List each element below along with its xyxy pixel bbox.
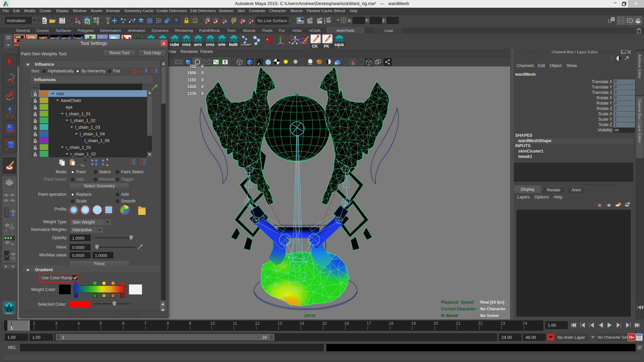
svg-text:5: 5 (100, 321, 102, 326)
svg-text:PK: PK (324, 44, 329, 49)
svg-text:48.00: 48.00 (526, 335, 536, 340)
svg-text:MAYA: MAYA (6, 312, 12, 314)
svg-text:No Live Surface: No Live Surface (257, 18, 287, 23)
svg-text:14: 14 (300, 321, 304, 326)
svg-text:Y:: Y: (365, 18, 369, 23)
svg-text:root: root (56, 92, 64, 96)
svg-text:3: 3 (55, 321, 57, 326)
svg-text:Animation: Animation (7, 18, 25, 23)
svg-text:r_chain_1_02: r_chain_1_02 (70, 152, 96, 157)
svg-text:arro: arro (194, 42, 202, 47)
svg-text:No Character Set: No Character Set (598, 335, 628, 339)
svg-text:1.00: 1.00 (7, 335, 15, 340)
svg-text:2: 2 (33, 321, 35, 326)
svg-text:24.00: 24.00 (501, 335, 512, 340)
svg-text:11: 11 (233, 321, 237, 326)
svg-text:cros: cros (206, 42, 215, 47)
svg-text:15: 15 (322, 321, 327, 326)
svg-text:CK: CK (312, 44, 318, 49)
svg-text:13: 13 (277, 321, 282, 326)
svg-text:12: 12 (255, 321, 260, 326)
svg-text:orie: orie (218, 42, 225, 47)
svg-text:ME: ME (14, 42, 19, 46)
svg-text:r_chain_1_01: r_chain_1_01 (66, 145, 91, 150)
svg-text:l_chain_1_01: l_chain_1_01 (66, 112, 91, 116)
svg-text:l_chain_1_03: l_chain_1_03 (75, 125, 100, 130)
svg-text:X:: X: (348, 18, 352, 23)
svg-text:1: 1 (10, 321, 13, 326)
svg-text:squa: squa (334, 42, 344, 47)
svg-text:1: 1 (10, 326, 13, 330)
svg-text:17: 17 (367, 321, 371, 326)
svg-text:21: 21 (456, 321, 461, 326)
svg-text:22: 22 (478, 321, 483, 326)
svg-text:4: 4 (77, 321, 80, 326)
svg-text:cube: cube (170, 42, 179, 47)
svg-text:10: 10 (210, 321, 215, 326)
svg-text:20: 20 (433, 321, 438, 326)
svg-text:7: 7 (144, 321, 147, 326)
svg-text:8: 8 (167, 321, 169, 326)
svg-text:!: ! (282, 35, 284, 41)
svg-text:l_chain_1_04: l_chain_1_04 (80, 132, 105, 136)
svg-text:18: 18 (389, 321, 393, 326)
svg-text:Z:: Z: (382, 18, 386, 23)
svg-text:6: 6 (122, 321, 124, 326)
svg-text:24: 24 (262, 335, 267, 340)
svg-text:9: 9 (189, 321, 191, 326)
svg-text:COUNT: COUNT (240, 43, 251, 46)
svg-text:eye: eye (66, 105, 72, 110)
svg-text:1: 1 (62, 335, 64, 340)
svg-text:24: 24 (523, 321, 527, 326)
svg-text:23: 23 (500, 321, 505, 326)
svg-text:l_chain_1_05: l_chain_1_05 (85, 138, 109, 143)
svg-text:cros: cros (182, 42, 191, 47)
svg-text:IPR: IPR (318, 21, 322, 23)
svg-text:16: 16 (344, 321, 349, 326)
svg-text:baseChain: baseChain (61, 98, 81, 103)
svg-text:bulb: bulb (229, 42, 237, 47)
svg-text:1.00: 1.00 (548, 323, 556, 328)
svg-text:19: 19 (411, 321, 416, 326)
svg-text:No Anim Layer: No Anim Layer (557, 335, 585, 340)
svg-text:?: ? (174, 18, 178, 24)
svg-text:l_chain_1_02: l_chain_1_02 (70, 118, 95, 123)
svg-text:1.00: 1.00 (32, 335, 40, 340)
